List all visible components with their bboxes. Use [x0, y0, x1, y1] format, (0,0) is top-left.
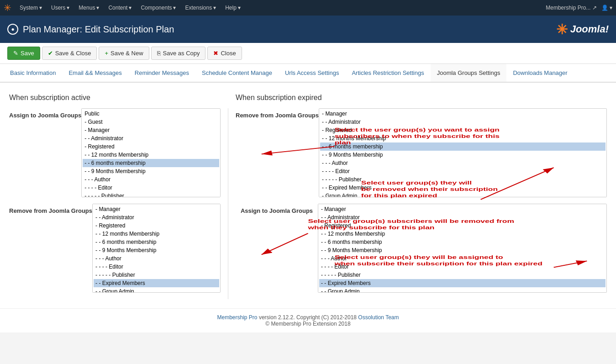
expired-remove-row: Remove from Joomla Groups - Manager - - … — [236, 108, 607, 197]
ea-admin: - - Administrator — [319, 213, 605, 222]
tabs-bar: Basic Information Email && Messages Remi… — [0, 64, 616, 83]
active-assign-select[interactable]: Public - Guest - Manager - - Administrat… — [81, 108, 221, 197]
er-expired: - - Expired Members — [320, 184, 605, 192]
save-copy-button[interactable]: ⎘ Save as Copy — [151, 47, 206, 60]
active-assign-control: Public - Guest - Manager - - Administrat… — [81, 108, 221, 197]
expired-assign-label: Assign to Joomla Groups — [236, 204, 318, 214]
option-6months: - - 6 months membership — [83, 159, 219, 167]
option-6m2: - - 6 months membership — [94, 238, 219, 246]
option-admin: - - Administrator — [83, 134, 219, 142]
nav-help[interactable]: Help ▾ — [221, 2, 245, 14]
er-9m: - - 9 Months Membership — [320, 151, 605, 159]
footer-team-link[interactable]: Ossolution Team — [358, 314, 399, 321]
active-remove-row: Remove from Joomla Groups - Manager - - … — [9, 204, 221, 293]
footer-line1: Membership Pro version 2.12.2. Copyright… — [5, 314, 611, 321]
option-registered: - Registered — [83, 142, 219, 151]
save-new-button[interactable]: + Save & New — [99, 47, 149, 60]
joomla-nav-icon: ✳ — [4, 2, 11, 13]
er-gadmin: - Group Admin — [320, 192, 605, 197]
ea-author: - - - Author — [319, 254, 605, 263]
content-grid: Assign to Joomla Groups Public - Guest -… — [9, 108, 607, 299]
option-exp2: - - Expired Members — [94, 279, 219, 287]
nav-system[interactable]: System ▾ — [15, 2, 47, 14]
expired-section-header: When subscription expired — [228, 92, 607, 104]
title-icon: ● — [7, 24, 18, 35]
active-section-header: When subscription active — [9, 92, 228, 104]
ea-expired: - - Expired Members — [319, 279, 605, 287]
option-12m2: - - 12 months Membership — [94, 230, 219, 238]
option-manager2: - Manager — [94, 205, 219, 213]
save-label: Save — [21, 50, 34, 57]
main-content: When subscription active When subscripti… — [0, 83, 616, 308]
footer: Membership Pro version 2.12.2. Copyright… — [0, 308, 616, 332]
expired-column: Remove from Joomla Groups - Manager - - … — [228, 108, 607, 299]
save-close-button[interactable]: ✔ Save & Close — [42, 47, 97, 60]
page-title: Plan Manager: Edit Subscription Plan — [23, 24, 174, 35]
option-pub2: - - - - - Publisher — [94, 271, 219, 279]
ea-publisher: - - - - - Publisher — [319, 271, 605, 279]
option-public: Public — [83, 110, 219, 118]
nav-users[interactable]: Users ▾ — [47, 2, 74, 14]
option-author: - - - Author — [83, 175, 219, 184]
ea-reg: - Registered — [319, 222, 605, 230]
active-column: Assign to Joomla Groups Public - Guest -… — [9, 108, 228, 299]
active-assign-label: Assign to Joomla Groups — [9, 108, 81, 119]
footer-brand-link[interactable]: Membership Pro — [217, 314, 258, 321]
ea-12m: - - 12 months Membership — [319, 230, 605, 238]
er-editor: - - - - Editor — [320, 167, 605, 175]
ea-manager: - Manager — [319, 205, 605, 213]
option-reg2: - Registered — [94, 222, 219, 230]
er-6m: - - 6 months membership — [320, 142, 605, 151]
top-navigation: ✳ System ▾ Users ▾ Menus ▾ Content ▾ Com… — [0, 0, 616, 16]
expired-assign-row: Assign to Joomla Groups - Manager - - Ad… — [236, 204, 607, 293]
nav-content[interactable]: Content ▾ — [104, 2, 136, 14]
active-remove-select[interactable]: - Manager - - Administrator - Registered… — [92, 204, 221, 293]
active-assign-row: Assign to Joomla Groups Public - Guest -… — [9, 108, 221, 197]
tab-articles[interactable]: Articles Restriction Settings — [345, 64, 430, 83]
expired-remove-select[interactable]: - Manager - - Administrator - Registered… — [319, 108, 607, 197]
option-publisher: - - - - - Publisher — [83, 192, 219, 197]
nav-menu: System ▾ Users ▾ Menus ▾ Content ▾ Compo… — [15, 2, 546, 14]
page-title-area: ● Plan Manager: Edit Subscription Plan — [7, 24, 174, 35]
expired-assign-select[interactable]: - Manager - - Administrator - Registered… — [318, 204, 607, 293]
close-label: Close — [221, 50, 236, 57]
tab-joomla[interactable]: Joomla Groups Settings — [431, 64, 507, 83]
footer-copyright: © Membership Pro Extension 2018 — [5, 321, 611, 327]
expired-assign-control: - Manager - - Administrator - Registered… — [318, 204, 607, 293]
close-icon: ✖ — [213, 50, 218, 57]
save-close-label: Save & Close — [55, 50, 91, 57]
tab-schedule[interactable]: Schedule Content Manage — [195, 64, 279, 83]
option-admin2: - - Administrator — [94, 213, 219, 222]
tab-email[interactable]: Email && Messages — [62, 64, 128, 83]
save-icon: ✎ — [13, 50, 18, 57]
joomla-logo-icon: ✳ — [556, 21, 568, 37]
er-manager: - Manager — [320, 110, 605, 118]
plus-icon: + — [105, 50, 108, 57]
check-icon: ✔ — [48, 50, 53, 57]
tab-reminder[interactable]: Reminder Messages — [128, 64, 195, 83]
nav-components[interactable]: Components ▾ — [136, 2, 180, 14]
save-button[interactable]: ✎ Save — [7, 47, 40, 60]
option-auth2: - - - Author — [94, 254, 219, 263]
tab-urls[interactable]: Urls Access Settings — [279, 64, 346, 83]
er-12m: - - 12 months Membership — [320, 134, 605, 142]
nav-extensions[interactable]: Extensions ▾ — [180, 2, 221, 14]
membership-pro-link[interactable]: Membership Pro... ↗ — [546, 5, 596, 11]
ea-6m: - - 6 months membership — [319, 238, 605, 246]
option-9m2: - - 9 Months Membership — [94, 246, 219, 254]
tab-basic[interactable]: Basic Information — [4, 64, 62, 83]
active-remove-control: - Manager - - Administrator - Registered… — [92, 204, 221, 293]
tab-downloads[interactable]: Downloads Manager — [506, 64, 574, 83]
user-icon[interactable]: 👤 ▾ — [601, 5, 612, 11]
nav-menus[interactable]: Menus ▾ — [74, 2, 104, 14]
er-publisher: - - - - - Publisher — [320, 175, 605, 184]
er-admin: - - Administrator — [320, 118, 605, 126]
option-editor: - - - - Editor — [83, 184, 219, 192]
header-bar: ● Plan Manager: Edit Subscription Plan ✳… — [0, 16, 616, 43]
er-reg: - Registered — [320, 126, 605, 134]
expired-remove-control: - Manager - - Administrator - Registered… — [319, 108, 607, 197]
ea-editor: - - - - Editor — [319, 263, 605, 271]
option-9months: - - 9 Months Membership — [83, 167, 219, 175]
option-12months: - - 12 months Membership — [83, 151, 219, 159]
close-button[interactable]: ✖ Close — [207, 47, 242, 60]
